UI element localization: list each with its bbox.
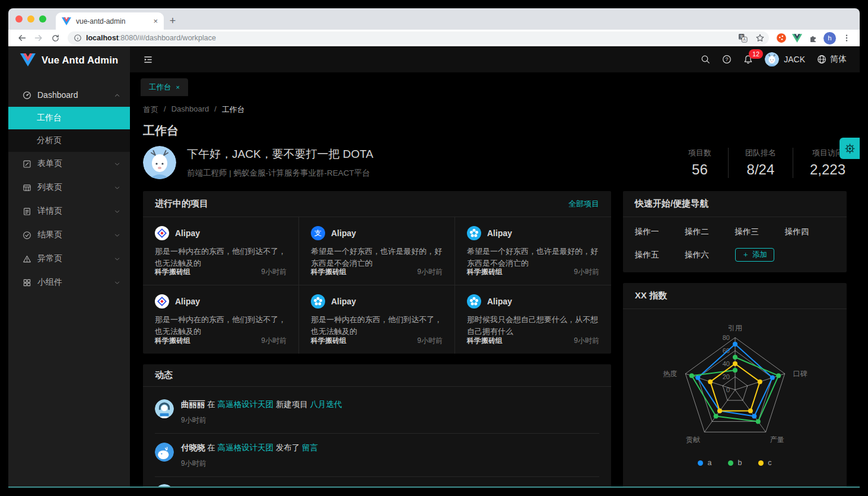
index-chart-card: XX 指数 020406080引用口碑产量贡献热度abc [623,283,847,488]
app-root: Vue Antd Admin Dashboard工作台分析页表单页列表页详情页结… [8,46,860,488]
sidebar-item-result[interactable]: 结果页 [8,223,130,247]
url-omnibox[interactable]: localhost:8080/#/dashboard/workplace 文A [68,31,769,44]
project-group-link[interactable]: 科学搬砖组 [311,336,346,346]
settings-gear-button[interactable] [840,138,860,159]
activity-target-link[interactable]: 八月迭代 [310,400,342,409]
search-icon[interactable] [701,55,710,64]
browser-profile-avatar[interactable]: h [824,32,836,44]
user-name: JACK [784,55,805,64]
activity-item-clipped [155,477,599,488]
extension-orange-icon[interactable] [774,31,788,45]
language-switcher[interactable]: 简体 [817,54,847,65]
sidebar-item-workplace[interactable]: 工作台 [8,107,130,129]
app-logo[interactable]: Vue Antd Admin [8,46,130,74]
projects-card: 进行中的项目 全部项目 Alipay那是一种内在的东西，他们到达不了，也无法触及… [143,191,611,354]
welcome-avatar [143,146,176,179]
reload-icon[interactable] [47,31,63,45]
browser-tab[interactable]: vue-antd-admin × [56,12,164,30]
activity-item[interactable]: 付晓晓 在 高逼格设计天团 发布了 留言9小时前 [155,434,599,477]
legend-item-b[interactable]: b [728,459,742,467]
submenu-dashboard: 工作台分析页 [8,107,130,152]
project-group-link[interactable]: 科学搬砖组 [155,336,190,346]
sidebar-item-exception[interactable]: 异常页 [8,247,130,271]
project-group-link[interactable]: 科学搬砖组 [155,267,190,277]
table-icon [23,183,31,192]
quick-link-操作四[interactable]: 操作四 [785,227,835,237]
legend-item-a[interactable]: a [698,459,711,467]
sidebar-item-list[interactable]: 列表页 [8,176,130,199]
svg-text:20: 20 [722,373,729,380]
bookmark-star-icon[interactable] [753,31,767,44]
chevron-up-icon [114,92,120,98]
minimize-window-button[interactable] [27,15,34,23]
project-card[interactable]: Alipay那时候我只会想自己想要什么，从不想自己拥有什么科学搬砖组9小时前 [455,285,611,354]
zoom-window-button[interactable] [39,15,46,23]
quick-nav-card-head: 快速开始/便捷导航 [623,191,847,217]
site-info-icon[interactable] [74,34,82,42]
sidebar-item-widgets[interactable]: 小组件 [8,271,130,294]
legend-item-c[interactable]: c [758,459,771,467]
quick-link-操作一[interactable]: 操作一 [635,227,685,237]
project-card[interactable]: Alipay那是一种内在的东西，他们到达不了，也无法触及的科学搬砖组9小时前 [299,285,455,354]
activity-team-link[interactable]: 高逼格设计天团 [218,443,274,452]
project-card[interactable]: Alipay希望是一个好东西，也许是最好的，好东西是不会消亡的科学搬砖组9小时前 [455,217,611,285]
back-icon[interactable] [14,31,30,45]
quick-link-操作三[interactable]: 操作三 [735,227,785,237]
vue-devtools-icon[interactable] [790,31,805,45]
sidebar-item-analysis[interactable]: 分析页 [8,129,130,152]
check-circle-icon [23,231,31,240]
all-projects-link[interactable]: 全部项目 [568,199,599,209]
sidebar-item-dashboard[interactable]: Dashboard [8,83,130,107]
user-menu[interactable]: JACK [765,52,805,66]
quick-link-操作二[interactable]: 操作二 [685,227,735,237]
sidebar-item-form[interactable]: 表单页 [8,152,130,176]
new-tab-button[interactable]: + [164,12,182,30]
index-chart-card-title: XX 指数 [635,290,667,301]
project-card[interactable]: Alipay那是一种内在的东西，他们到达不了，也无法触及的科学搬砖组9小时前 [143,217,299,285]
tab-close-icon[interactable]: × [153,17,158,25]
forward-icon[interactable] [31,31,46,45]
stat-项目访问: 项目访问2,223 [793,148,847,178]
svg-text:热度: 热度 [663,370,677,378]
activity-particle: 在 [207,443,215,452]
breadcrumb-item[interactable]: 首页 [143,104,158,115]
legend-label: c [768,459,771,467]
sidebar-item-detail[interactable]: 详情页 [8,199,130,223]
project-card[interactable]: 支Alipay希望是一个好东西，也许是最好的，好东西是不会消亡的科学搬砖组9小时… [299,217,455,285]
legend-label: b [737,459,742,467]
page-tab-close-icon[interactable]: × [176,84,180,91]
browser-menu-icon[interactable] [839,31,854,45]
quick-link-操作五[interactable]: 操作五 [635,250,685,260]
activity-team-link[interactable]: 高逼格设计天团 [218,400,274,409]
legend-dot [698,460,703,466]
help-icon[interactable]: ? [722,55,732,64]
notifications-button[interactable]: 12 [743,55,753,64]
breadcrumb-item[interactable]: 工作台 [222,104,245,115]
radar-chart-wrap: 020406080引用口碑产量贡献热度abc [623,309,847,488]
svg-text:40: 40 [722,360,729,367]
chevron-down-icon [114,279,120,286]
greeting-text: 下午好，JACK，要不要打一把 DOTA [187,147,373,162]
activity-target-link[interactable]: 留言 [302,443,318,452]
activity-time: 9小时前 [181,415,342,425]
page-tab-工作台[interactable]: 工作台× [141,78,188,96]
quick-link-操作六[interactable]: 操作六 [685,250,735,260]
add-quick-link-button[interactable]: ＋添加 [735,248,775,262]
add-button-label: 添加 [752,250,767,260]
project-group-link[interactable]: 科学搬砖组 [311,267,346,277]
project-name: Alipay [331,228,356,238]
project-updated-time: 9小时前 [261,267,287,277]
close-window-button[interactable] [15,15,23,23]
tab-favicon-icon [62,17,71,26]
project-group-link[interactable]: 科学搬砖组 [467,267,503,277]
breadcrumb-item[interactable]: Dashboard [171,104,209,115]
project-card[interactable]: Alipay那是一种内在的东西，他们到达不了，也无法触及的科学搬砖组9小时前 [143,285,299,354]
svg-text:口碑: 口碑 [793,370,807,378]
activity-item[interactable]: 曲丽丽 在 高逼格设计天团 新建项目 八月迭代9小时前 [155,390,599,434]
translate-icon[interactable]: 文A [736,31,749,44]
extensions-puzzle-icon[interactable] [806,31,821,45]
project-desc: 那是一种内在的东西，他们到达不了，也无法触及的 [311,314,443,336]
browser-tab-strip: vue-antd-admin × + [8,8,860,30]
menu-fold-icon[interactable] [143,55,153,64]
project-group-link[interactable]: 科学搬砖组 [467,336,503,346]
